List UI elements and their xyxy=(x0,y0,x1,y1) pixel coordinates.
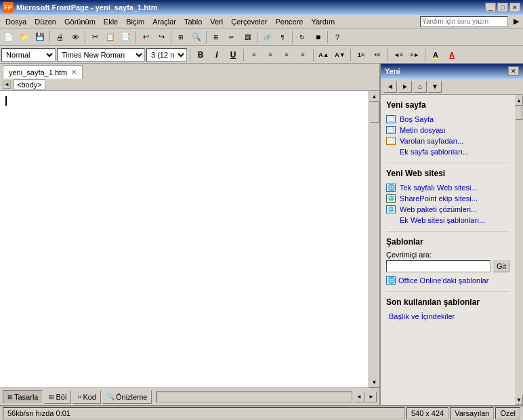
panel-close-button[interactable]: ✕ xyxy=(508,66,519,76)
scroll-left-button[interactable]: ◄ xyxy=(354,392,364,402)
show-all-button[interactable]: ¶ xyxy=(275,30,290,45)
highlight-color-button[interactable]: A xyxy=(428,47,443,62)
drawing-button[interactable]: ✏ xyxy=(224,30,239,45)
maximize-button[interactable]: □ xyxy=(497,3,508,12)
help-search-input[interactable] xyxy=(420,16,508,27)
toolbar-sep-7 xyxy=(292,31,293,43)
save-button[interactable]: 💾 xyxy=(33,30,47,45)
horizontal-scrollbar[interactable] xyxy=(156,392,352,402)
fmt-sep-5 xyxy=(388,49,388,61)
menu-bicim[interactable]: Biçim xyxy=(122,16,148,27)
menu-ekle[interactable]: Ekle xyxy=(100,16,122,27)
more-web-templates-item[interactable]: Ek Web sitesi şablonları... xyxy=(386,215,509,226)
undo-button[interactable]: ↩ xyxy=(138,30,153,45)
template-search-input[interactable] xyxy=(386,260,490,272)
fmt-sep-3 xyxy=(313,49,314,61)
panel-scroll-thumb[interactable] xyxy=(516,106,522,120)
panel-forward-button[interactable]: ► xyxy=(398,81,412,93)
ordered-list-button[interactable]: 1≡ xyxy=(354,47,369,62)
scroll-up-button[interactable]: ▲ xyxy=(369,91,380,102)
align-right-button[interactable]: ≡ xyxy=(279,47,294,62)
menu-araclar[interactable]: Araçlar xyxy=(148,16,180,27)
copy-button[interactable]: 📋 xyxy=(103,30,118,45)
preview-view-button[interactable]: 🔍 Önizleme xyxy=(102,390,152,404)
size-select[interactable]: 3 (12 nk) xyxy=(146,48,187,62)
panel-menu-button[interactable]: ▼ xyxy=(428,81,442,93)
hyperlink-button[interactable]: 🔗 xyxy=(259,30,274,45)
minimize-button[interactable]: _ xyxy=(485,3,496,12)
menu-tablo[interactable]: Tablo xyxy=(180,16,206,27)
editor-content[interactable] xyxy=(0,91,369,387)
bold-button[interactable]: B xyxy=(193,47,208,62)
menu-bar: Dosya Düzen Görünüm Ekle Biçim Araçlar T… xyxy=(0,15,523,28)
scroll-down-button[interactable]: ▼ xyxy=(369,377,380,387)
design-view-icon: ⊞ xyxy=(7,394,13,400)
panel-vertical-scrollbar[interactable]: ▲ ▼ xyxy=(515,95,523,405)
single-page-site-item[interactable]: 🌐 Tek sayfalı Web sitesi... xyxy=(386,182,509,193)
text-file-item[interactable]: 📄 Metin dosyası xyxy=(386,125,509,135)
redo-button[interactable]: ↪ xyxy=(154,30,169,45)
panel-scroll-up[interactable]: ▲ xyxy=(515,95,523,106)
cut-button[interactable]: ✂ xyxy=(87,30,102,45)
code-view-button[interactable]: ‹› Kod xyxy=(72,390,101,404)
stop-button[interactable]: ⏹ xyxy=(310,30,325,45)
menu-yardim[interactable]: Yardım xyxy=(307,16,339,27)
insert-picture-button[interactable]: 🖼 xyxy=(240,30,255,45)
scroll-thumb[interactable] xyxy=(370,102,379,123)
blank-page-item[interactable]: 📄 Boş Sayfa xyxy=(386,114,509,125)
paste-button[interactable]: 📑 xyxy=(119,30,133,45)
menu-cerceveler[interactable]: Çerçeveler xyxy=(227,16,271,27)
office-templates-link[interactable]: 🌐 Office Online'daki şablonlar xyxy=(386,275,509,286)
tab-close-button[interactable]: ✕ xyxy=(71,68,77,76)
find-button[interactable]: 🔍 xyxy=(189,30,204,45)
editor-bottom-bar: ⊞ Tasarla ⊟ Böl ‹› Kod 🔍 Önizleme ◄ ► xyxy=(0,387,379,405)
menu-pencere[interactable]: Pencere xyxy=(271,16,307,27)
font-select[interactable]: Times New Roman xyxy=(57,48,145,62)
panel-home-button[interactable]: ⌂ xyxy=(413,81,427,93)
font-color-button[interactable]: A xyxy=(444,47,459,62)
editor-vertical-scrollbar[interactable]: ▲ ▼ xyxy=(369,91,379,387)
print-button[interactable]: 🖨 xyxy=(52,30,67,45)
template-search-button[interactable]: Git xyxy=(493,260,509,272)
design-view-label: Tasarla xyxy=(14,393,38,401)
italic-button[interactable]: I xyxy=(209,47,224,62)
font-size-decrease[interactable]: A▼ xyxy=(333,47,348,62)
breadcrumb-back-button[interactable]: ◄ xyxy=(3,81,11,89)
more-templates-item[interactable]: Ek sayfa şablonları... xyxy=(386,146,509,157)
sharepoint-item[interactable]: 🌐 SharePoint ekip sitesi... xyxy=(386,193,509,204)
recent-template-item[interactable]: Başlık ve İçindekiler xyxy=(386,311,509,322)
underline-button[interactable]: U xyxy=(226,47,240,62)
panel-back-button[interactable]: ◄ xyxy=(383,81,397,93)
from-existing-item[interactable]: 📄 Varolan sayfadan... xyxy=(386,135,509,146)
open-button[interactable]: 📁 xyxy=(17,30,32,45)
align-center-button[interactable]: ≡ xyxy=(263,47,278,62)
align-left-button[interactable]: ≡ xyxy=(247,47,262,62)
increase-indent-button[interactable]: ≡► xyxy=(407,47,422,62)
scroll-right-button[interactable]: ► xyxy=(366,392,377,402)
split-view-button[interactable]: ⊟ Böl xyxy=(44,390,71,404)
web-component-button[interactable]: ⊞ xyxy=(173,30,188,45)
menu-gorunum[interactable]: Görünüm xyxy=(60,16,100,27)
right-panel: Yeni ✕ ◄ ► ⌂ ▼ Yeni sayfa 📄 Boş Sayfa 📄 xyxy=(381,64,523,405)
justify-button[interactable]: ≡ xyxy=(295,47,310,62)
menu-veri[interactable]: Veri xyxy=(206,16,227,27)
panel-title-controls[interactable]: ✕ xyxy=(508,66,519,76)
close-button[interactable]: ✕ xyxy=(509,3,520,12)
web-package-item[interactable]: 🌐 Web paketi çözümleri... xyxy=(386,204,509,215)
style-select[interactable]: Normal xyxy=(1,48,56,62)
new-button[interactable]: 📄 xyxy=(1,30,16,45)
insert-table-button[interactable]: ⊞ xyxy=(209,30,224,45)
help-button[interactable]: ? xyxy=(330,30,345,45)
panel-scroll-down[interactable]: ▼ xyxy=(515,394,523,405)
preview-button[interactable]: 👁 xyxy=(68,30,83,45)
menu-duzen[interactable]: Düzen xyxy=(30,16,60,27)
refresh-button[interactable]: ↻ xyxy=(295,30,310,45)
design-view-button[interactable]: ⊞ Tasarla xyxy=(3,390,43,404)
editor-tab[interactable]: yeni_sayfa_1.htm ✕ xyxy=(3,65,83,79)
toolbar-sep-5 xyxy=(206,31,207,43)
window-controls[interactable]: _ □ ✕ xyxy=(485,3,520,12)
unordered-list-button[interactable]: •≡ xyxy=(370,47,385,62)
decrease-indent-button[interactable]: ◄≡ xyxy=(391,47,406,62)
font-size-increase[interactable]: A▲ xyxy=(316,47,331,62)
menu-dosya[interactable]: Dosya xyxy=(1,16,30,27)
